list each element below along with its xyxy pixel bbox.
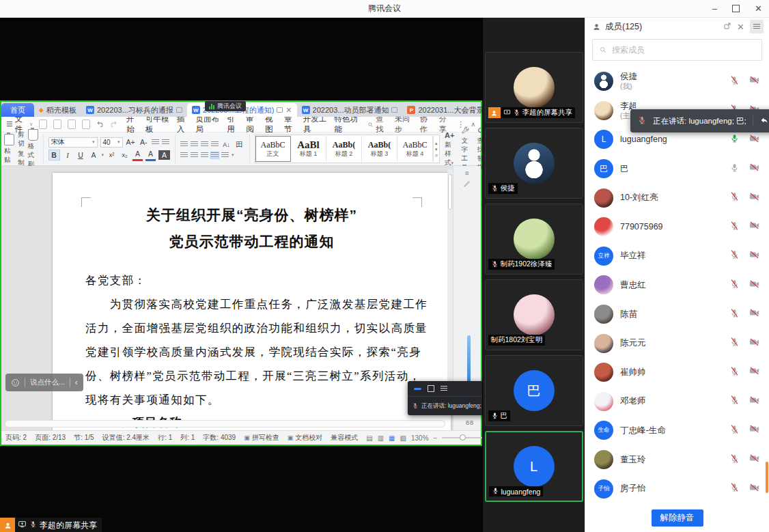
pen-icon[interactable] bbox=[453, 177, 481, 189]
muted-mic-icon[interactable] bbox=[729, 453, 740, 466]
wps-tab-1[interactable]: ◆稻壳模板 bbox=[34, 103, 81, 117]
mic-icon[interactable] bbox=[729, 133, 740, 146]
align-left-icon[interactable] bbox=[180, 152, 188, 158]
member-row-6[interactable]: 立祥毕立祥 bbox=[585, 242, 769, 271]
camera-off-icon[interactable] bbox=[749, 483, 760, 495]
clear-format-icon[interactable] bbox=[152, 139, 159, 145]
member-row-0[interactable]: 侯捷(我) bbox=[585, 67, 769, 96]
menu-icon[interactable] bbox=[441, 386, 447, 391]
fullscreen-view-icon[interactable]: ▤ bbox=[366, 434, 372, 442]
close-panel-icon[interactable]: ✕ bbox=[737, 22, 744, 32]
member-row-5[interactable]: 779075969 bbox=[585, 212, 769, 242]
camera-off-icon[interactable] bbox=[749, 337, 760, 350]
char-shading-button[interactable]: A bbox=[158, 150, 170, 160]
undo-icon[interactable] bbox=[96, 120, 104, 129]
unmute-button[interactable]: 解除静音 bbox=[652, 509, 703, 527]
camera-off-icon[interactable] bbox=[749, 75, 760, 87]
muted-mic-icon[interactable] bbox=[729, 366, 740, 379]
video-tile-1[interactable]: 侯捷 bbox=[485, 128, 583, 199]
ruler-toggle-icon[interactable]: ≡ bbox=[453, 166, 481, 177]
video-tile-0[interactable]: 李超的屏幕共享 bbox=[485, 52, 583, 123]
muted-mic-icon[interactable] bbox=[729, 221, 740, 234]
align-right-icon[interactable] bbox=[201, 152, 208, 158]
muted-mic-icon[interactable] bbox=[729, 191, 740, 204]
new-doc-icon[interactable] bbox=[39, 120, 47, 129]
superscript-button[interactable]: x² bbox=[107, 150, 117, 160]
close-button[interactable]: ✕ bbox=[755, 3, 762, 14]
maximize-icon[interactable] bbox=[428, 385, 434, 392]
spellcheck-toggle[interactable]: ▣拼写检查 bbox=[244, 433, 279, 443]
camera-off-icon[interactable] bbox=[749, 366, 760, 378]
member-row-9[interactable]: 陈元元 bbox=[585, 328, 769, 358]
video-tile-5[interactable]: L luguangfeng bbox=[485, 431, 583, 502]
member-row-12[interactable]: 生命丁忠峰-生命 bbox=[585, 416, 769, 445]
doc-horizontal-scrollbar[interactable] bbox=[5, 420, 445, 428]
muted-mic-icon[interactable] bbox=[729, 308, 740, 321]
redo-icon[interactable] bbox=[110, 120, 117, 129]
meeting-floating-panel[interactable]: 正在讲话: luguangfeng; 巴; bbox=[408, 381, 482, 415]
video-tile-4[interactable]: 巴 巴 bbox=[485, 355, 583, 426]
bullets-icon[interactable] bbox=[180, 141, 188, 148]
close-tab-icon[interactable]: ✕ bbox=[285, 106, 292, 115]
scrollbar-thumb[interactable] bbox=[448, 174, 452, 210]
muted-mic-icon[interactable] bbox=[729, 424, 740, 437]
member-row-8[interactable]: 陈苗 bbox=[585, 300, 769, 329]
muted-mic-icon[interactable] bbox=[729, 337, 740, 350]
web-layout-icon[interactable]: ▧ bbox=[400, 434, 406, 442]
find-replace-button[interactable]: 查找替换▾ bbox=[477, 126, 482, 172]
camera-off-icon[interactable] bbox=[749, 424, 760, 436]
camera-off-icon[interactable] bbox=[749, 133, 760, 145]
style-preset-3[interactable]: AaBb(标题 3 bbox=[362, 136, 397, 162]
reply-arrow-icon[interactable] bbox=[759, 115, 769, 126]
line-spacing-icon[interactable] bbox=[221, 152, 229, 158]
outdent-icon[interactable] bbox=[201, 141, 208, 148]
table-icon[interactable]: 田 bbox=[234, 140, 244, 150]
shrink-font-button[interactable]: A- bbox=[139, 137, 149, 147]
justify-icon[interactable] bbox=[211, 152, 219, 158]
member-row-13[interactable]: 董玉玲 bbox=[585, 445, 769, 475]
menubar-right-item[interactable]: 未同步 bbox=[395, 114, 413, 135]
font-size-select[interactable]: 40▾ bbox=[100, 137, 123, 148]
popout-panel-icon[interactable] bbox=[723, 22, 731, 32]
zoom-out-button[interactable]: − bbox=[434, 434, 438, 442]
camera-off-icon[interactable] bbox=[749, 250, 760, 262]
wps-tab-5[interactable]: P2022031...大会背景PPT bbox=[402, 103, 482, 117]
mic-icon[interactable] bbox=[729, 163, 740, 176]
collapse-chevron-icon[interactable]: ‹ bbox=[75, 378, 78, 387]
minimize-button[interactable]: – bbox=[712, 3, 717, 14]
member-row-7[interactable]: 曹忠红 bbox=[585, 270, 769, 300]
open-doc-icon[interactable] bbox=[53, 120, 61, 129]
proofread-toggle[interactable]: ▣文档校对 bbox=[288, 433, 323, 443]
member-row-4[interactable]: 10-刘红亮 bbox=[585, 183, 769, 212]
chat-quick-bubble[interactable]: 说点什么... ‹ bbox=[5, 374, 83, 391]
collapse-ribbon-icon[interactable]: ∧ bbox=[471, 121, 475, 128]
sort-icon[interactable]: A↓ bbox=[221, 140, 232, 150]
document-page[interactable]: 关于组织开展“亮身份、树榜样”党员示范带动工程的通知 各党支部： 为贯彻落实高校… bbox=[53, 173, 451, 430]
wps-tab-0[interactable]: 首页 bbox=[1, 103, 34, 117]
styles-scroll-arrows[interactable]: ▴▾≡ bbox=[433, 136, 439, 162]
numbering-icon[interactable] bbox=[191, 141, 198, 148]
camera-off-icon[interactable] bbox=[749, 279, 760, 291]
grow-font-button[interactable]: A+ bbox=[126, 137, 136, 147]
camera-off-icon[interactable] bbox=[749, 308, 760, 320]
new-style-button[interactable]: A+ 新样式▾ bbox=[445, 131, 454, 167]
cut-button[interactable]: 剪切 bbox=[18, 130, 25, 148]
style-preset-4[interactable]: AaBbC标题 4 bbox=[397, 136, 433, 162]
video-tile-2[interactable]: 制药1902徐泽臻 bbox=[485, 204, 583, 275]
wps-tab-2[interactable]: W202203...习标兵的通报 bbox=[81, 103, 187, 117]
doc-vertical-scrollbar[interactable] bbox=[447, 169, 453, 407]
two-page-view-icon[interactable]: 88 bbox=[466, 419, 474, 426]
format-painter-button[interactable]: 格式刷 bbox=[28, 129, 38, 169]
restore-button[interactable] bbox=[732, 5, 740, 12]
meeting-mini-titlebar[interactable]: 腾讯会议 bbox=[205, 101, 246, 111]
muted-mic-icon[interactable] bbox=[729, 249, 740, 262]
muted-mic-icon[interactable] bbox=[729, 279, 740, 292]
zoom-level[interactable]: 130% bbox=[411, 434, 429, 442]
camera-off-icon[interactable] bbox=[749, 221, 760, 233]
indent-icon[interactable] bbox=[211, 141, 219, 148]
member-row-3[interactable]: 巴巴 bbox=[585, 154, 769, 184]
style-preset-2[interactable]: AaBb(标题 2 bbox=[326, 136, 362, 162]
shading-icon[interactable]: ▾ bbox=[232, 152, 234, 158]
copy-button[interactable]: 复制 bbox=[18, 150, 25, 167]
wps-tab-4[interactable]: W202203...动员部署通知 bbox=[297, 103, 403, 117]
